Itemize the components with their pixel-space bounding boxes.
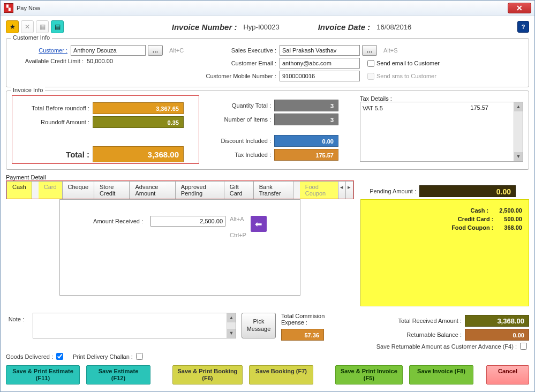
tab-approved-pending[interactable]: Approved Pending xyxy=(176,182,224,199)
tax-scrollbar[interactable]: ▲▼ xyxy=(514,102,523,161)
amount-received-input[interactable] xyxy=(150,216,225,227)
commission-label: Total Commision Expense : xyxy=(281,313,325,326)
cancel-button[interactable]: Cancel xyxy=(486,365,529,385)
customer-name-input[interactable] xyxy=(71,45,146,56)
total-received-value: 3,368.00 xyxy=(465,315,529,327)
qty-total-value: 3 xyxy=(274,100,338,111)
goods-delivered-label: Goods Delivered : xyxy=(6,353,56,360)
send-email-label: Send email to Customer xyxy=(376,60,440,66)
save-returnable-checkbox[interactable] xyxy=(520,343,527,350)
tab-store-credit[interactable]: Store Credit xyxy=(94,182,130,199)
items-value: 3 xyxy=(274,114,338,125)
tab-gift-card[interactable]: Gift Card xyxy=(224,182,254,199)
qty-total-label: Quantity Total : xyxy=(205,102,274,109)
save-print-booking-button[interactable]: Save & Print Booking (F6) xyxy=(172,365,243,385)
send-sms-label: Send sms to Customer xyxy=(376,73,436,79)
save-estimate-button[interactable]: Save Estimate (F12) xyxy=(86,365,150,385)
tab-bank-transfer[interactable]: Bank Transfer xyxy=(254,182,293,199)
save-print-estimate-button[interactable]: Save & Print Estimate (F11) xyxy=(6,365,80,385)
alt-c-hint: Alt+C xyxy=(169,47,184,54)
invoice-number-value: Hyp-I00023 xyxy=(243,23,279,31)
customer-link[interactable]: Customer : xyxy=(12,47,71,54)
discount-value: 0.00 xyxy=(274,135,338,147)
tax-details-box: VAT 5.5 175.57 ▲▼ xyxy=(360,102,523,162)
credit-limit-value: 50,000.00 xyxy=(87,58,113,64)
coupon-line-label: Food Coupon : xyxy=(367,224,504,231)
card-line-value: 500.00 xyxy=(504,216,522,222)
send-sms-checkbox xyxy=(367,73,374,80)
customer-info-panel: Customer Info Customer : … Alt+C Availab… xyxy=(6,38,529,87)
invoice-date-value: 16/08/2016 xyxy=(376,23,411,31)
tab-advance[interactable]: Advance Amount xyxy=(130,182,175,199)
tab-scroll-left[interactable]: ◂ xyxy=(338,182,346,199)
tax-detail-name: VAT 5.5 xyxy=(363,105,383,111)
alt-a-hint: Alt+A xyxy=(230,216,244,222)
tax-included-label: Tax Included : xyxy=(205,152,274,158)
customer-lookup-button[interactable]: … xyxy=(148,45,163,56)
invoice-date-label: Invoice Date : xyxy=(318,22,374,32)
save-print-invoice-button[interactable]: Save & Print Invoice (F5) xyxy=(335,365,403,385)
total-value: 3,368.00 xyxy=(93,146,184,162)
save-invoice-button[interactable]: Save Invoice (F8) xyxy=(409,365,473,385)
total-received-label: Total Received Amount : xyxy=(398,318,465,324)
tax-included-value: 175.57 xyxy=(274,149,338,161)
roundoff-label: Roundoff Amount : xyxy=(18,119,93,125)
pick-message-button[interactable]: Pick Message xyxy=(242,313,276,338)
print-challan-checkbox[interactable] xyxy=(136,353,143,360)
credit-limit-label: Available Credit Limit : xyxy=(12,58,87,64)
calculator-button[interactable]: ▤ xyxy=(51,20,64,33)
before-roundoff-label: Total Before roundoff : xyxy=(18,105,93,111)
alt-s-hint: Alt+S xyxy=(383,47,398,54)
tab-card[interactable]: Card xyxy=(39,182,63,199)
invoice-info-panel: Invoice Info Total Before roundoff :3,36… xyxy=(6,91,529,170)
grid-button: ▦ xyxy=(36,20,49,33)
payment-summary-panel: Cash :2,500.00 Credit Card :500.00 Food … xyxy=(360,199,529,306)
save-booking-button[interactable]: Save Booking (F7) xyxy=(249,365,313,385)
returnable-value: 0.00 xyxy=(465,329,529,341)
app-icon: ▚ xyxy=(4,3,13,13)
email-input[interactable] xyxy=(280,58,360,69)
card-line-label: Credit Card : xyxy=(367,216,504,222)
goods-delivered-checkbox[interactable] xyxy=(56,353,63,360)
commission-value: 57.36 xyxy=(281,329,324,341)
titlebar: ▚ Pay Now ✕ xyxy=(1,1,534,16)
pending-amount-label: Pending Amount : xyxy=(360,188,419,194)
new-button[interactable]: ★ xyxy=(6,20,19,33)
items-label: Number of Items : xyxy=(205,116,274,123)
pending-amount-value: 0.00 xyxy=(419,185,516,197)
email-label: Customer Email : xyxy=(199,60,280,66)
save-returnable-label: Save Returnable Amount as Customer Advan… xyxy=(376,343,520,350)
tax-detail-amount: 175.57 xyxy=(470,104,488,111)
send-email-checkbox[interactable] xyxy=(367,60,374,67)
total-label: Total : xyxy=(18,150,93,159)
cash-line-label: Cash : xyxy=(367,207,499,214)
returnable-label: Returnable Balance : xyxy=(406,331,465,338)
invoice-info-title: Invoice Info xyxy=(11,87,45,93)
before-roundoff-value: 3,367.65 xyxy=(93,102,184,114)
apply-amount-button[interactable]: ⬅ xyxy=(251,216,267,232)
tab-cheque[interactable]: Cheque xyxy=(63,182,95,199)
note-textarea[interactable]: ▲▼ xyxy=(33,313,236,338)
discount-label: Discount Included : xyxy=(205,138,274,144)
window-close-button[interactable]: ✕ xyxy=(508,3,531,13)
payment-detail-section: Payment Detail Cash Card Cheque Store Cr… xyxy=(6,174,529,306)
help-button[interactable]: ? xyxy=(517,21,529,33)
tax-details-label: Tax Details : xyxy=(360,95,392,102)
mobile-label: Customer Mobile Number : xyxy=(199,73,280,79)
tab-cash[interactable]: Cash xyxy=(7,182,32,199)
tab-food-coupon[interactable]: Food Coupon xyxy=(300,182,339,199)
note-label: Note : xyxy=(6,313,27,322)
sales-exec-input[interactable] xyxy=(280,45,360,56)
ctrl-p-hint: Ctrl+P xyxy=(230,232,246,238)
window-title: Pay Now xyxy=(17,5,508,11)
cash-line-value: 2,500.00 xyxy=(499,207,522,214)
coupon-line-value: 368.00 xyxy=(504,224,522,231)
customer-info-title: Customer Info xyxy=(11,34,52,41)
mobile-input[interactable] xyxy=(280,71,360,81)
tab-scroll-right[interactable]: ▸ xyxy=(346,182,353,199)
pay-now-window: ▚ Pay Now ✕ ★ ✕ ▦ ▤ Invoice Number : Hyp… xyxy=(0,0,535,392)
roundoff-value: 0.35 xyxy=(93,116,184,128)
sales-exec-lookup-button[interactable]: … xyxy=(362,45,377,56)
amount-received-label: Amount Received : xyxy=(93,216,146,224)
payment-tabs: Cash Card Cheque Store Credit Advance Am… xyxy=(6,181,353,199)
